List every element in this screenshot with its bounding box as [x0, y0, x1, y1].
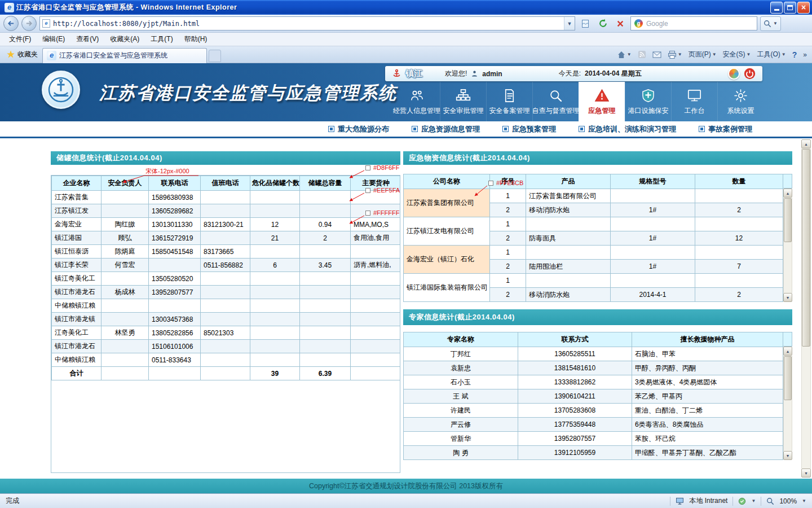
print-button[interactable]: ▼ — [665, 48, 685, 62]
url-text: http://localhost:8080/yjpt/Main.html — [53, 20, 561, 28]
expert-row: 丁邦红13605285511石脑油、甲苯 — [404, 347, 783, 361]
nav-item-approval[interactable]: 安全审批管理 — [440, 82, 486, 121]
scroll-up-button[interactable]: ▲ — [801, 139, 811, 148]
address-field[interactable]: e http://localhost:8080/yjpt/Main.html ▼ — [39, 16, 575, 30]
nav-item-workbench[interactable]: 工作台 — [671, 82, 717, 121]
subnav-item[interactable]: 重大危险源分布 — [328, 124, 389, 134]
table-cell: 严云修 — [404, 418, 518, 432]
annotation-checkbox[interactable] — [488, 181, 493, 186]
stop-button[interactable] — [613, 16, 628, 31]
subnav-item-icon — [412, 126, 418, 132]
table-cell: 13505280520 — [149, 272, 201, 286]
safety-menu-button[interactable]: 安全(S) ▼ — [720, 48, 754, 62]
menu-item[interactable]: 收藏夹(A) — [104, 33, 145, 46]
table-cell — [201, 272, 250, 286]
scroll-up-button[interactable]: ▲ — [783, 347, 792, 356]
page-menu-button[interactable]: 页面(P) ▼ — [686, 48, 720, 62]
zone-label: 本地 Intranet — [689, 496, 727, 506]
favorites-button[interactable]: 收藏夹 — [2, 48, 42, 62]
annotation-checkbox[interactable] — [365, 165, 370, 170]
nav-item-emergency[interactable]: 应急管理 — [579, 82, 625, 121]
scrollbar-track[interactable] — [783, 198, 792, 293]
nav-item-operator[interactable]: 经营人信息管理 — [394, 82, 440, 121]
tools-menu-button[interactable]: 工具(O) ▼ — [754, 48, 789, 62]
subnav-item-icon — [579, 126, 585, 132]
page-header: 江苏省港口安全监管与应急管理系统 镇江 欢迎您! admin 今天是: 2014… — [0, 63, 812, 121]
stop-icon — [616, 20, 624, 28]
materials-panel: 应急物资信息统计(截止2014.04.04) 公司名称序号产品规格型号数量 江苏… — [403, 151, 792, 302]
nav-item-filing[interactable]: 安全备案管理 — [486, 82, 532, 121]
table-cell: 13906104211 — [518, 389, 632, 404]
table-cell: 13605289682 — [149, 204, 201, 218]
status-separator — [732, 497, 733, 506]
help-button[interactable]: ? — [789, 48, 800, 62]
zoom-level[interactable]: 100% — [779, 497, 797, 505]
scroll-up-button[interactable]: ▲ — [783, 189, 792, 198]
menu-item[interactable]: 工具(T) — [145, 33, 178, 46]
subnav-item[interactable]: 应急培训、演练和演习管理 — [579, 124, 676, 134]
scroll-down-button[interactable]: ▼ — [783, 451, 792, 460]
print-caret-icon: ▼ — [678, 52, 682, 57]
table-cell: 13952807557 — [518, 432, 632, 446]
menu-item[interactable]: 文件(F) — [3, 33, 37, 46]
skin-icon[interactable] — [728, 68, 740, 80]
annotation-checkbox[interactable] — [365, 211, 370, 216]
scroll-down-button[interactable]: ▼ — [801, 468, 811, 478]
new-tab-button[interactable] — [209, 50, 221, 62]
tank-row: 镇江市港龙石杨成林13952807577 — [52, 286, 401, 299]
table-cell: 1# — [611, 231, 695, 246]
subnav-item[interactable]: 事故案例管理 — [699, 124, 752, 134]
page-scrollbar[interactable]: ▲ ▼ — [801, 139, 811, 478]
scroll-down-button[interactable]: ▼ — [783, 293, 792, 302]
maximize-button[interactable] — [784, 2, 796, 14]
address-dropdown-button[interactable]: ▼ — [564, 17, 575, 30]
materials-table-head: 公司名称序号产品规格型号数量 — [404, 174, 783, 189]
subnav-item[interactable]: 应急资源信息管理 — [412, 124, 480, 134]
scrollbar-thumb[interactable] — [784, 356, 792, 400]
home-button[interactable]: ▼ — [614, 48, 634, 62]
scrollbar-thumb[interactable] — [802, 149, 810, 347]
menu-item[interactable]: 查看(V) — [70, 33, 104, 46]
browser-tab[interactable]: e 江苏省港口安全监管与应急管理系统 — [42, 48, 207, 63]
column-header: 危化品储罐个数 — [250, 176, 300, 191]
nav-item-settings[interactable]: 系统设置 — [717, 82, 764, 121]
logout-power-icon[interactable] — [744, 68, 756, 80]
minimize-button[interactable] — [770, 2, 783, 14]
search-button[interactable]: ▼ — [760, 16, 781, 31]
table-cell: 中储粮镇江粮 — [52, 299, 102, 313]
compatibility-view-button[interactable] — [578, 16, 593, 31]
table-cell: 85021303 — [201, 326, 250, 340]
close-button[interactable]: × — [797, 2, 810, 14]
mail-button[interactable] — [650, 48, 664, 62]
scrollbar-thumb[interactable] — [784, 198, 792, 242]
table-cell: 镇江奇美化工 — [52, 272, 102, 286]
protected-mode-icon[interactable] — [738, 497, 746, 505]
subnav-item[interactable]: 应急预案管理 — [502, 124, 556, 134]
table-cell: 镇江李长荣 — [52, 259, 102, 272]
search-box[interactable]: g Google — [630, 16, 757, 30]
nav-item-inspection[interactable]: 自查与督查管理 — [532, 82, 579, 121]
scrollbar-header-cap — [783, 332, 792, 347]
scrollbar-track[interactable] — [783, 356, 792, 451]
materials-row: 金海宏业（镇江）石化1 — [404, 246, 783, 260]
address-bar: e http://localhost:8080/yjpt/Main.html ▼… — [0, 15, 812, 33]
annotation-checkbox[interactable] — [365, 188, 370, 193]
protected-mode-caret[interactable]: ▼ — [751, 498, 756, 503]
forward-button[interactable] — [21, 16, 37, 31]
toolbar-overflow-button[interactable]: » — [800, 48, 810, 62]
refresh-button[interactable] — [595, 16, 610, 31]
zoom-caret[interactable]: ▼ — [802, 498, 806, 503]
scrollbar-track[interactable] — [801, 148, 811, 468]
menu-item[interactable]: 编辑(E) — [37, 33, 70, 46]
table-cell — [351, 313, 401, 326]
materials-scrollbar[interactable]: ▲ ▼ — [783, 174, 792, 302]
feeds-button[interactable] — [635, 48, 649, 62]
back-button[interactable] — [3, 16, 19, 31]
menu-item[interactable]: 帮助(H) — [179, 33, 213, 46]
table-cell: 1# — [611, 203, 695, 217]
page-footer: Copyright©江苏省交通规划设计院股份有限公司 2013版权所有 — [0, 479, 812, 493]
browser-window: e 江苏省港口安全监管与应急管理系统 - Windows Internet Ex… — [0, 0, 812, 508]
search-placeholder-text: Google — [646, 20, 668, 28]
nav-item-security[interactable]: 港口设施保安 — [625, 82, 671, 121]
experts-scrollbar[interactable]: ▲ ▼ — [783, 332, 792, 460]
